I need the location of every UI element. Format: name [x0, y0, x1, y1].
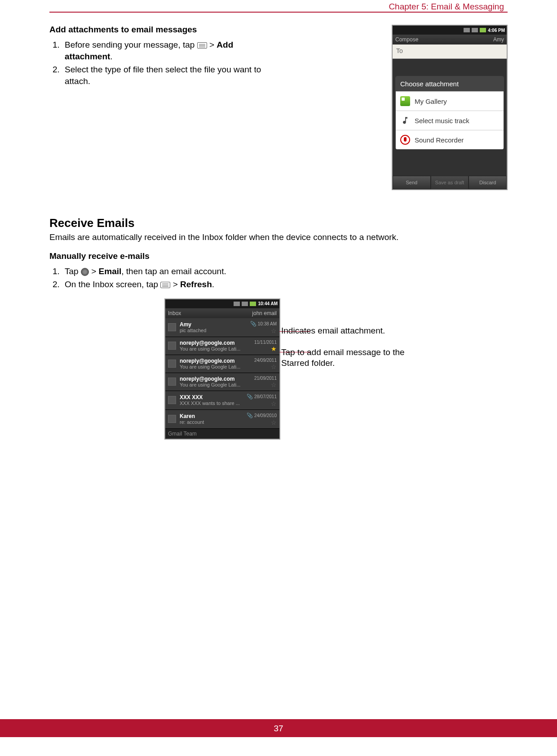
header-rule — [49, 12, 508, 13]
star-icon[interactable]: ☆ — [271, 364, 277, 370]
inbox-title-bar: Inbox john email — [165, 308, 279, 318]
section2-title: Receive Emails — [49, 216, 508, 230]
checkbox[interactable] — [168, 342, 176, 350]
email-date: 21/09/2011 — [254, 376, 277, 381]
send-button[interactable]: Send — [393, 176, 431, 189]
s2-step2-a: On the Inbox screen, tap — [65, 280, 160, 289]
paperclip-icon: 📎 — [247, 394, 253, 399]
dialog-item-label: My Gallery — [415, 98, 447, 105]
section2-subtitle: Manually receive e-mails — [49, 251, 508, 261]
email-sender: Karen — [180, 413, 247, 419]
checkbox[interactable] — [168, 360, 176, 368]
status-bar: 4:06 PM — [393, 26, 507, 35]
choose-attachment-dialog: Choose attachment My Gallery Select musi… — [395, 76, 504, 150]
home-icon — [81, 268, 89, 276]
gallery-icon — [400, 96, 410, 106]
email-subject: You are using Google Lati... — [180, 364, 254, 369]
s2-step1-bold: Email — [99, 267, 122, 276]
music-icon — [400, 116, 410, 125]
s1-step2: Select the type of file then select the … — [62, 64, 265, 87]
email-subject: pic attached — [180, 328, 250, 333]
save-draft-button[interactable]: Save as draft — [431, 176, 469, 189]
email-date: 11/11/2011 — [254, 340, 277, 345]
battery-icon — [480, 28, 486, 32]
email-subject: You are using Google Lati... — [180, 382, 254, 387]
list-item[interactable]: noreply@google.comYou are using Google L… — [165, 337, 279, 355]
email-subject: XXX XXX wants to share ... — [180, 400, 247, 406]
callout-star: Tap to add email message to the Starred … — [281, 347, 425, 369]
list-item[interactable]: Gmail Team — [165, 429, 279, 439]
to-field[interactable]: To — [393, 44, 507, 59]
checkbox[interactable] — [168, 396, 176, 404]
s1-step1-b: > — [207, 40, 217, 49]
star-icon[interactable]: ☆ — [271, 419, 277, 426]
dialog-item-music[interactable]: Select music track — [396, 111, 504, 130]
page-number: 37 — [0, 724, 557, 734]
email-subject: You are using Google Lati... — [180, 346, 254, 351]
dialog-title: Choose attachment — [396, 76, 504, 91]
list-item[interactable]: noreply@google.comYou are using Google L… — [165, 373, 279, 391]
checkbox[interactable] — [168, 415, 176, 423]
list-item[interactable]: noreply@google.comYou are using Google L… — [165, 355, 279, 373]
list-item[interactable]: XXX XXXXXX XXX wants to share ...📎28/07/… — [165, 391, 279, 410]
discard-button[interactable]: Discard — [469, 176, 507, 189]
email-subject: re: account — [180, 419, 247, 425]
inbox-label: Inbox — [168, 310, 181, 316]
status-bar: 10:44 AM — [165, 299, 279, 308]
list-item[interactable]: Amypic attached📎10:38 AM☆ — [165, 318, 279, 337]
dialog-item-recorder[interactable]: Sound Recorder — [396, 130, 504, 149]
signal-icon — [234, 302, 240, 306]
title-compose: Compose — [395, 36, 418, 43]
s2-step2-b: > — [170, 280, 180, 289]
section1-title: Add attachments to email messages — [49, 25, 265, 35]
dialog-item-label: Select music track — [415, 117, 469, 125]
paperclip-icon: 📎 — [250, 321, 256, 326]
clock: 10:44 AM — [258, 301, 278, 306]
s1-step1: Before sending your message, tap > Add a… — [62, 39, 265, 62]
email-sender: XXX XXX — [180, 394, 247, 400]
menu-icon — [160, 282, 170, 288]
menu-icon — [197, 42, 207, 49]
checkbox[interactable] — [168, 378, 176, 386]
s2-step1-b: > — [89, 267, 99, 276]
account-label: john email — [252, 310, 277, 316]
dialog-item-gallery[interactable]: My Gallery — [396, 91, 504, 111]
star-icon[interactable]: ☆ — [271, 328, 277, 334]
footer-bar: Send Save as draft Discard — [393, 176, 507, 189]
dialog-item-label: Sound Recorder — [415, 136, 464, 144]
clock: 4:06 PM — [488, 28, 505, 33]
email-date: 📎28/07/2011 — [247, 394, 277, 400]
email-sender: noreply@google.com — [180, 340, 254, 346]
callout-attachment: Indicates email attachment. — [281, 325, 385, 336]
s2-step2-c: . — [212, 280, 214, 289]
email-sender: noreply@google.com — [180, 358, 254, 364]
signal-icon — [472, 28, 478, 32]
email-date: 📎10:38 AM — [250, 321, 277, 327]
s2-step2: On the Inbox screen, tap > Refresh. — [62, 279, 508, 290]
email-date: 24/09/2011 — [254, 358, 277, 363]
star-icon[interactable]: ★ — [271, 346, 277, 352]
screenshot-compose: 4:06 PM Compose Amy To Choose attachment… — [392, 25, 508, 190]
title-account: Amy — [493, 36, 504, 43]
section2-intro: Emails are automatically received in the… — [49, 232, 508, 243]
star-icon[interactable]: ☆ — [271, 400, 277, 407]
s2-step1: Tap > Email, then tap an email account. — [62, 266, 508, 277]
s2-step1-c: , then tap an email account. — [121, 267, 226, 276]
s1-step1-c: . — [110, 52, 112, 61]
checkbox[interactable] — [168, 323, 176, 331]
email-sender: Amy — [180, 321, 250, 328]
s2-step2-bold: Refresh — [180, 280, 212, 289]
chapter-header: Chapter 5: Email & Messaging — [389, 2, 504, 12]
title-bar: Compose Amy — [393, 35, 507, 44]
s1-step1-a: Before sending your message, tap — [65, 40, 197, 49]
s2-step1-a: Tap — [65, 267, 81, 276]
battery-icon — [250, 302, 256, 306]
screenshot-inbox: 10:44 AM Inbox john email Amypic attache… — [164, 298, 280, 440]
list-item[interactable]: Karenre: account📎24/09/2010☆ — [165, 410, 279, 429]
signal-icon — [242, 302, 248, 306]
paperclip-icon: 📎 — [247, 413, 253, 418]
mic-icon — [400, 135, 410, 145]
email-date: 📎24/09/2010 — [247, 413, 277, 418]
email-sender: noreply@google.com — [180, 376, 254, 382]
star-icon[interactable]: ☆ — [271, 382, 277, 388]
